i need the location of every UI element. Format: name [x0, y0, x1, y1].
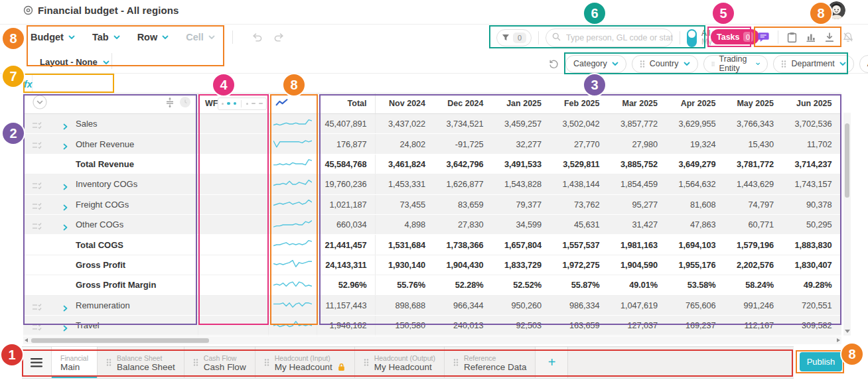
- data-cell[interactable]: 966,344: [433, 296, 492, 315]
- restore-history-icon[interactable]: [548, 58, 559, 72]
- data-cell[interactable]: 3,642,796: [433, 155, 492, 174]
- data-cell[interactable]: 52.52%: [492, 275, 550, 294]
- workflow-status-widget[interactable]: [218, 97, 267, 110]
- data-cell[interactable]: 1,657,804: [492, 235, 550, 254]
- expand-chevron-icon[interactable]: [63, 121, 68, 133]
- data-cell[interactable]: 3,502,042: [549, 114, 608, 133]
- menu-tab[interactable]: Tab: [92, 32, 120, 42]
- data-cell[interactable]: 150,580: [376, 316, 434, 335]
- clipboard-icon[interactable]: [787, 32, 797, 43]
- horizontal-scrollbar-thumb[interactable]: [31, 338, 209, 343]
- data-cell[interactable]: 95,277: [608, 195, 666, 214]
- data-cell[interactable]: 55.76%: [376, 275, 434, 294]
- row-label-cell[interactable]: Other Revenue: [23, 134, 198, 153]
- expand-chevron-icon[interactable]: [63, 222, 68, 233]
- data-cell[interactable]: 1,438,144: [549, 174, 608, 194]
- data-cell[interactable]: 986,334: [549, 296, 608, 315]
- data-cell[interactable]: 15,430: [724, 134, 782, 153]
- data-cell[interactable]: 1,626,877: [433, 174, 492, 194]
- wf-cell[interactable]: [198, 235, 269, 254]
- scroll-left-arrow[interactable]: [25, 338, 28, 342]
- data-cell[interactable]: 720,551: [782, 296, 840, 315]
- data-cell[interactable]: 31,427: [608, 215, 666, 234]
- expand-chevron-icon[interactable]: [63, 202, 68, 214]
- expand-chevron-icon[interactable]: [63, 302, 68, 314]
- data-cell[interactable]: 90,378: [782, 195, 840, 214]
- tasks-button[interactable]: Tasks 0: [711, 29, 759, 44]
- data-cell[interactable]: 660,034: [317, 215, 376, 234]
- layout-menu[interactable]: Layout - None: [40, 53, 109, 70]
- data-cell[interactable]: 1,021,187: [317, 195, 376, 214]
- data-cell[interactable]: 92,503: [492, 316, 550, 335]
- wf-cell[interactable]: [198, 275, 269, 294]
- data-cell[interactable]: 79,377: [492, 195, 550, 214]
- search-input[interactable]: [565, 32, 674, 43]
- data-cell[interactable]: 50,295: [782, 215, 840, 234]
- data-cell[interactable]: 3,437,022: [376, 114, 434, 133]
- data-cell[interactable]: 53.58%: [666, 275, 724, 294]
- data-cell[interactable]: 49.28%: [782, 275, 840, 294]
- column-header-mar-2025[interactable]: Mar 2025: [608, 94, 666, 113]
- wf-cell[interactable]: [198, 174, 269, 194]
- data-cell[interactable]: 1,833,729: [492, 255, 550, 275]
- data-cell[interactable]: 27,830: [433, 215, 492, 234]
- data-cell[interactable]: 45,407,891: [317, 114, 376, 133]
- data-cell[interactable]: 24,143,311: [317, 255, 376, 275]
- row-checklist-icon[interactable]: [32, 302, 42, 314]
- wf-cell[interactable]: [198, 155, 269, 174]
- filter-button[interactable]: 0: [496, 29, 532, 46]
- row-checklist-icon[interactable]: [32, 180, 42, 192]
- expand-chevron-icon[interactable]: [63, 181, 68, 193]
- data-cell[interactable]: 1,743,157: [782, 174, 840, 194]
- column-header-dec-2024[interactable]: Dec 2024: [433, 94, 492, 113]
- data-cell[interactable]: 3,714,237: [782, 155, 840, 174]
- dimension-pill-account[interactable]: Account: [859, 55, 868, 73]
- data-cell[interactable]: 3,529,811: [549, 155, 608, 174]
- row-label-cell[interactable]: Total Revenue: [23, 155, 198, 174]
- data-cell[interactable]: 3,885,752: [608, 155, 666, 174]
- wf-cell[interactable]: [198, 336, 269, 336]
- row-label-cell[interactable]: Remuneration: [23, 296, 198, 315]
- data-cell[interactable]: 27,770: [549, 134, 608, 153]
- data-cell[interactable]: 52.96%: [317, 275, 376, 294]
- row-label-cell[interactable]: Other COGs: [23, 215, 198, 234]
- row-label-cell[interactable]: Freight COGs: [23, 195, 198, 214]
- formula-input[interactable]: [33, 75, 143, 93]
- split-rows-icon[interactable]: [166, 97, 174, 111]
- data-cell[interactable]: 1,531,684: [376, 235, 434, 254]
- data-cell[interactable]: 340,971: [376, 336, 434, 336]
- data-cell[interactable]: 11,702: [782, 134, 840, 153]
- data-cell[interactable]: 3,857,772: [608, 114, 666, 133]
- redo-icon[interactable]: [273, 32, 285, 42]
- data-cell[interactable]: 176,877: [317, 134, 376, 153]
- data-cell[interactable]: 3,459,257: [492, 114, 550, 133]
- horizontal-scrollbar[interactable]: [23, 337, 841, 344]
- data-cell[interactable]: 1,453,331: [376, 174, 434, 194]
- data-cell[interactable]: 47,863: [666, 215, 724, 234]
- data-cell[interactable]: 1,854,459: [608, 174, 666, 194]
- dimension-pill-country[interactable]: Country: [632, 55, 698, 73]
- scroll-down-arrow[interactable]: [845, 330, 850, 333]
- data-cell[interactable]: 1,904,590: [608, 255, 666, 275]
- data-cell[interactable]: 11,157,443: [317, 296, 376, 315]
- data-cell[interactable]: -91,725: [433, 134, 492, 153]
- bar-chart-icon[interactable]: [806, 32, 816, 42]
- data-cell[interactable]: 1,981,163: [608, 235, 666, 254]
- tab-reference[interactable]: ReferenceReference Data: [445, 347, 536, 378]
- data-cell[interactable]: 81,608: [666, 195, 724, 214]
- dimension-pill-category[interactable]: Category: [565, 55, 626, 73]
- data-cell[interactable]: 240,013: [433, 316, 492, 335]
- expand-chevron-icon[interactable]: [63, 322, 68, 334]
- data-cell[interactable]: 765,606: [666, 296, 724, 315]
- wf-cell[interactable]: [198, 134, 269, 153]
- data-cell[interactable]: 127,037: [608, 316, 666, 335]
- data-cell[interactable]: 2,202,576: [724, 255, 782, 275]
- wf-cell[interactable]: [198, 114, 269, 133]
- notifications-off-icon[interactable]: [843, 32, 853, 42]
- wf-cell[interactable]: [198, 296, 269, 315]
- data-cell[interactable]: 348,658: [549, 336, 608, 336]
- add-sheet-button[interactable]: +: [536, 347, 568, 378]
- data-cell[interactable]: 1,047,619: [608, 296, 666, 315]
- wf-cell[interactable]: [198, 316, 269, 335]
- data-cell[interactable]: 991,246: [724, 296, 782, 315]
